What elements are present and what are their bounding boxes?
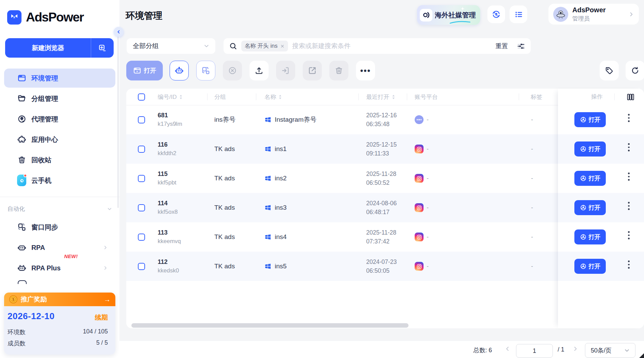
row-menu-icon[interactable] — [628, 114, 630, 122]
search-icon — [229, 42, 237, 50]
sidebar-item-apps[interactable]: 应用中心 — [4, 130, 115, 149]
search-bar[interactable]: 名称 开头 ins 搜索或新建搜索条件 重置 — [224, 38, 531, 54]
open-env-label: 打开 — [589, 262, 601, 270]
sidebar-scrollbar[interactable] — [117, 31, 119, 208]
tag-manager-button[interactable] — [600, 61, 619, 80]
env-count-value: 104 / 105 — [83, 328, 108, 336]
close-browsers-button[interactable] — [223, 61, 242, 80]
platform-cell: - — [415, 193, 429, 222]
renew-link[interactable]: 续期 — [95, 313, 108, 322]
open-env-button[interactable]: 打开 — [574, 259, 606, 274]
folder-icon — [17, 94, 26, 103]
sidebar-item-window-sync[interactable]: 窗口同步 — [4, 218, 115, 237]
row-menu-icon[interactable] — [628, 143, 630, 151]
open-env-button[interactable]: 打开 — [574, 112, 606, 127]
col-last-open[interactable]: 最近打开 — [366, 89, 395, 105]
rpa-batch-button[interactable] — [170, 61, 189, 80]
social-media-manager-badge[interactable]: 海外社媒管理 — [417, 5, 480, 25]
import-button[interactable] — [276, 61, 295, 80]
sync-button[interactable] — [487, 5, 505, 23]
row-checkbox[interactable] — [138, 263, 145, 270]
row-checkbox[interactable] — [138, 146, 145, 153]
prev-page-icon[interactable] — [504, 346, 511, 352]
more-actions-button[interactable]: ••• — [356, 61, 375, 80]
group-filter-select[interactable]: 全部分组 — [127, 38, 215, 54]
row-menu-icon[interactable] — [628, 260, 630, 269]
sidebar-item-rpa[interactable]: RPA — [4, 238, 115, 257]
row-menu-icon[interactable] — [628, 173, 630, 181]
sidebar-item-proxies[interactable]: 代理管理 — [4, 109, 115, 129]
pagination-bar: 总数: 6 1 / 1 50条/页 — [119, 341, 644, 358]
open-env-button[interactable]: 打开 — [574, 200, 606, 215]
table-row[interactable]: 112 kkedsk0 TK ads ins5 2024-07-23 06:50… — [126, 252, 558, 281]
open-selected-button[interactable]: 打开 — [126, 61, 163, 80]
env-id: 113 — [158, 229, 181, 236]
sidebar-item-trash[interactable]: 回收站 — [4, 150, 115, 169]
close-icon[interactable] — [280, 44, 285, 48]
sort-icon[interactable] — [179, 94, 183, 100]
sidebar-item-cloud-phone[interactable]: 云手机 — [4, 171, 115, 190]
id-cell: 681 k17ys9lm — [158, 105, 182, 134]
next-page-icon[interactable] — [572, 346, 578, 352]
chevron-right-icon — [103, 266, 108, 270]
export-upload-button[interactable] — [249, 61, 269, 80]
window-sync-button[interactable] — [196, 61, 215, 80]
sidebar-item-rpa-plus[interactable]: RPA Plus NEW! — [4, 258, 115, 278]
sidebar: AdsPower 新建浏览器 环境管理 分组管理 代理管理 应用中心 — [0, 0, 119, 358]
tag-cell: - — [531, 193, 533, 222]
sidebar-item-groups[interactable]: 分组管理 — [4, 89, 115, 108]
table-row[interactable]: 681 k17ys9lm ins养号 Instagram养号 2025-12-1… — [126, 105, 558, 134]
column-settings-icon[interactable] — [626, 93, 635, 101]
sort-icon[interactable] — [278, 94, 282, 100]
page-number-input[interactable]: 1 — [516, 344, 553, 358]
table-row[interactable]: 116 kkfdth2 TK ads ins1 2025-12-15 09:11… — [126, 134, 558, 164]
divider — [0, 197, 119, 197]
open-env-button[interactable]: 打开 — [574, 141, 606, 156]
chevron-right-icon — [629, 12, 634, 17]
search-filter-chip[interactable]: 名称 开头 ins — [241, 41, 288, 51]
sidebar-item-label: 分组管理 — [31, 94, 58, 103]
table-row[interactable]: 113 kkeemvq TK ads ins4 2025-11-28 07:37… — [126, 222, 558, 252]
sidebar-collapse-button[interactable] — [114, 27, 124, 37]
last-open-cell: 2024-08-06 06:48:17 — [366, 193, 397, 222]
new-browser-button[interactable]: 新建浏览器 — [5, 38, 114, 58]
last-open-date: 2024-08-06 — [366, 200, 397, 207]
sidebar-item-environments[interactable]: 环境管理 — [4, 69, 115, 88]
row-checkbox[interactable] — [138, 234, 145, 241]
tag-cell: - — [531, 222, 533, 252]
automation-section-header[interactable]: 自动化 — [8, 205, 112, 213]
row-menu-icon[interactable] — [628, 202, 630, 210]
last-open-cell: 2024-07-23 06:50:05 — [366, 252, 397, 281]
last-open-time: 06:50:52 — [366, 179, 396, 187]
referral-banner[interactable]: $ 推广奖励 → — [4, 293, 115, 306]
sort-icon[interactable] — [392, 94, 395, 100]
name-cell: ins2 — [264, 164, 287, 193]
tag-placeholder: - — [531, 146, 533, 153]
table-row[interactable]: 115 kkf5pbt TK ads ins2 2025-11-28 06:50… — [126, 164, 558, 193]
search-input[interactable]: 搜索或新建搜索条件 — [292, 42, 491, 50]
row-checkbox[interactable] — [138, 116, 145, 123]
open-env-button[interactable]: 打开 — [574, 229, 606, 244]
browser-window-icon — [133, 66, 141, 75]
row-checkbox[interactable] — [138, 204, 145, 211]
select-all-checkbox[interactable] — [138, 93, 145, 101]
page-size-select[interactable]: 50条/页 — [585, 343, 635, 358]
task-list-button[interactable] — [510, 5, 527, 23]
row-checkbox[interactable] — [138, 175, 145, 182]
open-env-button[interactable]: 打开 — [574, 171, 606, 186]
filter-sliders-icon[interactable] — [517, 42, 525, 50]
name-cell: ins4 — [264, 222, 287, 252]
add-window-icon[interactable] — [91, 44, 114, 52]
share-button[interactable] — [303, 61, 322, 80]
refresh-button[interactable] — [626, 61, 644, 80]
tag-icon — [605, 66, 614, 75]
horizontal-scrollbar[interactable] — [131, 323, 409, 328]
col-name[interactable]: 名称 — [264, 89, 282, 105]
delete-button[interactable] — [329, 61, 348, 80]
account-menu[interactable]: AdsPower 管理员 — [548, 4, 639, 25]
row-menu-icon[interactable] — [628, 231, 630, 239]
table-row[interactable]: 114 kkf5ox8 TK ads ins3 2024-08-06 06:48… — [126, 193, 558, 222]
col-id[interactable]: 编号/ID — [158, 89, 183, 105]
last-open-cell: 2025-11-28 07:37:42 — [366, 222, 396, 252]
reset-button[interactable]: 重置 — [496, 42, 508, 50]
